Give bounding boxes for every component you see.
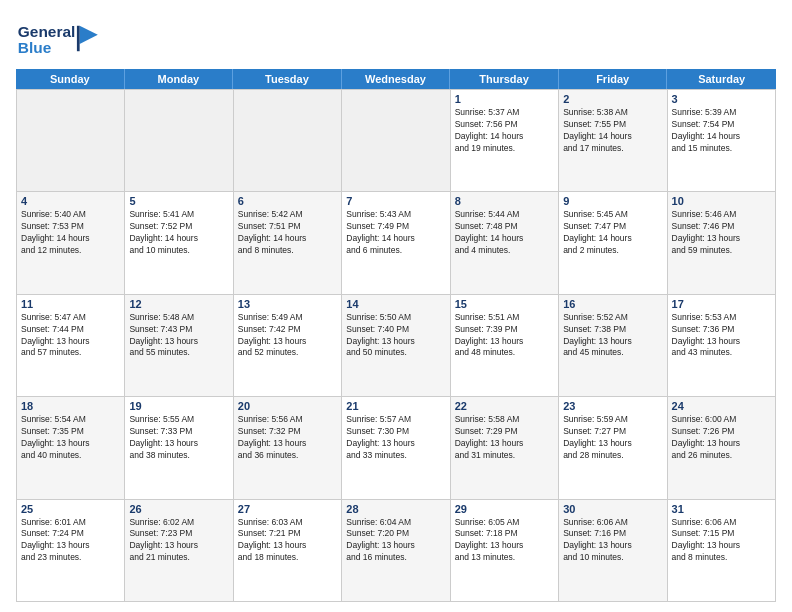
calendar: SundayMondayTuesdayWednesdayThursdayFrid… — [16, 69, 776, 602]
cell-detail: Sunrise: 5:45 AM Sunset: 7:47 PM Dayligh… — [563, 209, 662, 257]
cal-cell: 14Sunrise: 5:50 AM Sunset: 7:40 PM Dayli… — [342, 295, 450, 397]
cal-cell: 13Sunrise: 5:49 AM Sunset: 7:42 PM Dayli… — [234, 295, 342, 397]
cal-cell: 22Sunrise: 5:58 AM Sunset: 7:29 PM Dayli… — [451, 397, 559, 499]
cal-cell — [342, 90, 450, 192]
weekday-header-saturday: Saturday — [667, 69, 776, 89]
cal-cell: 6Sunrise: 5:42 AM Sunset: 7:51 PM Daylig… — [234, 192, 342, 294]
cal-cell — [17, 90, 125, 192]
day-number: 13 — [238, 298, 337, 310]
day-number: 28 — [346, 503, 445, 515]
weekday-header-tuesday: Tuesday — [233, 69, 342, 89]
cal-cell: 27Sunrise: 6:03 AM Sunset: 7:21 PM Dayli… — [234, 500, 342, 602]
cal-cell: 28Sunrise: 6:04 AM Sunset: 7:20 PM Dayli… — [342, 500, 450, 602]
cell-detail: Sunrise: 5:57 AM Sunset: 7:30 PM Dayligh… — [346, 414, 445, 462]
day-number: 27 — [238, 503, 337, 515]
weekday-header-friday: Friday — [559, 69, 668, 89]
day-number: 4 — [21, 195, 120, 207]
cal-cell: 24Sunrise: 6:00 AM Sunset: 7:26 PM Dayli… — [668, 397, 776, 499]
cell-detail: Sunrise: 5:58 AM Sunset: 7:29 PM Dayligh… — [455, 414, 554, 462]
day-number: 9 — [563, 195, 662, 207]
cell-detail: Sunrise: 5:56 AM Sunset: 7:32 PM Dayligh… — [238, 414, 337, 462]
day-number: 2 — [563, 93, 662, 105]
day-number: 10 — [672, 195, 771, 207]
day-number: 20 — [238, 400, 337, 412]
day-number: 7 — [346, 195, 445, 207]
cell-detail: Sunrise: 5:39 AM Sunset: 7:54 PM Dayligh… — [672, 107, 771, 155]
day-number: 5 — [129, 195, 228, 207]
cal-cell: 7Sunrise: 5:43 AM Sunset: 7:49 PM Daylig… — [342, 192, 450, 294]
day-number: 12 — [129, 298, 228, 310]
cal-cell: 19Sunrise: 5:55 AM Sunset: 7:33 PM Dayli… — [125, 397, 233, 499]
cell-detail: Sunrise: 6:01 AM Sunset: 7:24 PM Dayligh… — [21, 517, 120, 565]
cell-detail: Sunrise: 5:53 AM Sunset: 7:36 PM Dayligh… — [672, 312, 771, 360]
cal-cell: 20Sunrise: 5:56 AM Sunset: 7:32 PM Dayli… — [234, 397, 342, 499]
logo: General Blue — [16, 16, 116, 61]
day-number: 25 — [21, 503, 120, 515]
cal-cell: 25Sunrise: 6:01 AM Sunset: 7:24 PM Dayli… — [17, 500, 125, 602]
day-number: 3 — [672, 93, 771, 105]
day-number: 22 — [455, 400, 554, 412]
cal-cell: 2Sunrise: 5:38 AM Sunset: 7:55 PM Daylig… — [559, 90, 667, 192]
cell-detail: Sunrise: 5:49 AM Sunset: 7:42 PM Dayligh… — [238, 312, 337, 360]
day-number: 19 — [129, 400, 228, 412]
cell-detail: Sunrise: 5:52 AM Sunset: 7:38 PM Dayligh… — [563, 312, 662, 360]
page: General Blue SundayMondayTuesdayWednesda… — [0, 0, 792, 612]
svg-text:General: General — [18, 23, 75, 40]
cal-cell: 5Sunrise: 5:41 AM Sunset: 7:52 PM Daylig… — [125, 192, 233, 294]
cell-detail: Sunrise: 5:42 AM Sunset: 7:51 PM Dayligh… — [238, 209, 337, 257]
cell-detail: Sunrise: 6:06 AM Sunset: 7:15 PM Dayligh… — [672, 517, 771, 565]
day-number: 16 — [563, 298, 662, 310]
cal-cell — [234, 90, 342, 192]
cell-detail: Sunrise: 5:43 AM Sunset: 7:49 PM Dayligh… — [346, 209, 445, 257]
cell-detail: Sunrise: 5:48 AM Sunset: 7:43 PM Dayligh… — [129, 312, 228, 360]
cal-cell: 10Sunrise: 5:46 AM Sunset: 7:46 PM Dayli… — [668, 192, 776, 294]
cal-cell: 9Sunrise: 5:45 AM Sunset: 7:47 PM Daylig… — [559, 192, 667, 294]
cell-detail: Sunrise: 6:04 AM Sunset: 7:20 PM Dayligh… — [346, 517, 445, 565]
day-number: 31 — [672, 503, 771, 515]
day-number: 29 — [455, 503, 554, 515]
weekday-header-monday: Monday — [125, 69, 234, 89]
cal-cell: 8Sunrise: 5:44 AM Sunset: 7:48 PM Daylig… — [451, 192, 559, 294]
cal-cell: 15Sunrise: 5:51 AM Sunset: 7:39 PM Dayli… — [451, 295, 559, 397]
cell-detail: Sunrise: 5:37 AM Sunset: 7:56 PM Dayligh… — [455, 107, 554, 155]
cell-detail: Sunrise: 5:40 AM Sunset: 7:53 PM Dayligh… — [21, 209, 120, 257]
cell-detail: Sunrise: 5:54 AM Sunset: 7:35 PM Dayligh… — [21, 414, 120, 462]
cal-cell: 17Sunrise: 5:53 AM Sunset: 7:36 PM Dayli… — [668, 295, 776, 397]
day-number: 17 — [672, 298, 771, 310]
day-number: 11 — [21, 298, 120, 310]
cell-detail: Sunrise: 5:38 AM Sunset: 7:55 PM Dayligh… — [563, 107, 662, 155]
calendar-body: 1Sunrise: 5:37 AM Sunset: 7:56 PM Daylig… — [16, 89, 776, 602]
cal-cell: 16Sunrise: 5:52 AM Sunset: 7:38 PM Dayli… — [559, 295, 667, 397]
cal-cell — [125, 90, 233, 192]
cell-detail: Sunrise: 6:03 AM Sunset: 7:21 PM Dayligh… — [238, 517, 337, 565]
day-number: 21 — [346, 400, 445, 412]
cal-cell: 1Sunrise: 5:37 AM Sunset: 7:56 PM Daylig… — [451, 90, 559, 192]
calendar-header: SundayMondayTuesdayWednesdayThursdayFrid… — [16, 69, 776, 89]
day-number: 1 — [455, 93, 554, 105]
day-number: 14 — [346, 298, 445, 310]
day-number: 26 — [129, 503, 228, 515]
cal-cell: 23Sunrise: 5:59 AM Sunset: 7:27 PM Dayli… — [559, 397, 667, 499]
day-number: 18 — [21, 400, 120, 412]
cal-cell: 26Sunrise: 6:02 AM Sunset: 7:23 PM Dayli… — [125, 500, 233, 602]
day-number: 8 — [455, 195, 554, 207]
cell-detail: Sunrise: 5:51 AM Sunset: 7:39 PM Dayligh… — [455, 312, 554, 360]
cal-cell: 18Sunrise: 5:54 AM Sunset: 7:35 PM Dayli… — [17, 397, 125, 499]
cal-cell: 31Sunrise: 6:06 AM Sunset: 7:15 PM Dayli… — [668, 500, 776, 602]
cal-cell: 11Sunrise: 5:47 AM Sunset: 7:44 PM Dayli… — [17, 295, 125, 397]
svg-text:Blue: Blue — [18, 39, 52, 56]
day-number: 24 — [672, 400, 771, 412]
cal-cell: 21Sunrise: 5:57 AM Sunset: 7:30 PM Dayli… — [342, 397, 450, 499]
cell-detail: Sunrise: 5:46 AM Sunset: 7:46 PM Dayligh… — [672, 209, 771, 257]
cal-cell: 12Sunrise: 5:48 AM Sunset: 7:43 PM Dayli… — [125, 295, 233, 397]
cal-cell: 29Sunrise: 6:05 AM Sunset: 7:18 PM Dayli… — [451, 500, 559, 602]
day-number: 6 — [238, 195, 337, 207]
header: General Blue — [16, 16, 776, 61]
cal-cell: 30Sunrise: 6:06 AM Sunset: 7:16 PM Dayli… — [559, 500, 667, 602]
svg-rect-3 — [77, 26, 80, 51]
day-number: 15 — [455, 298, 554, 310]
cell-detail: Sunrise: 6:05 AM Sunset: 7:18 PM Dayligh… — [455, 517, 554, 565]
cell-detail: Sunrise: 6:00 AM Sunset: 7:26 PM Dayligh… — [672, 414, 771, 462]
weekday-header-wednesday: Wednesday — [342, 69, 451, 89]
logo-svg: General Blue — [16, 16, 116, 61]
